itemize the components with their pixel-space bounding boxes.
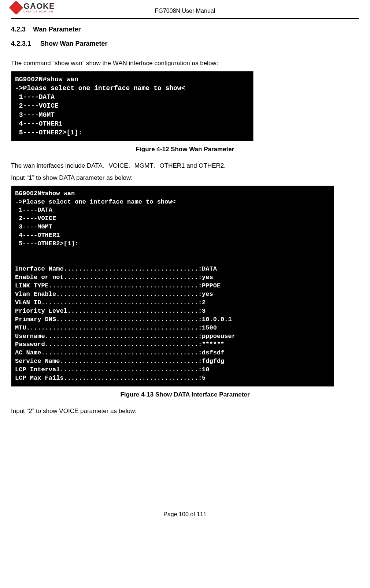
figure-caption-4-13: Figure 4-13 Show DATA Interface Paramete… xyxy=(11,391,359,398)
page-header: GAOKE CREATIVE SOLUTION FG7008N User Man… xyxy=(11,4,359,19)
paragraph: Input “2” to show VOICE parameter as bel… xyxy=(11,406,359,416)
heading-title: Show Wan Parameter xyxy=(40,40,107,47)
page-footer: Page 100 of 111 xyxy=(11,511,359,518)
terminal-output-2: BG9002N#show wan ->Please select one int… xyxy=(11,186,334,387)
heading-number: 4.2.3.1 xyxy=(11,40,31,47)
paragraph: Input “1” to show DATA parameter as belo… xyxy=(11,173,359,183)
figure-caption-4-12: Figure 4-12 Show Wan Parameter xyxy=(11,146,359,153)
logo-brand: GAOKE xyxy=(23,2,55,10)
paragraph: The command “show wan” show the WAN inte… xyxy=(11,59,359,68)
heading-4-2-3-1: 4.2.3.1 Show Wan Parameter xyxy=(11,40,359,48)
logo-tagline: CREATIVE SOLUTION xyxy=(23,10,55,13)
heading-title: Wan Parameter xyxy=(33,26,81,33)
document-title: FG7008N User Manual xyxy=(155,8,215,14)
heading-number: 4.2.3 xyxy=(11,26,26,33)
logo-icon xyxy=(9,0,23,15)
paragraph: The wan interfaces include DATA、VOICE、MG… xyxy=(11,161,359,171)
terminal-output-1: BG9002N#show wan ->Please select one int… xyxy=(11,71,254,141)
heading-4-2-3: 4.2.3 Wan Parameter xyxy=(11,26,359,33)
logo: GAOKE CREATIVE SOLUTION xyxy=(11,2,55,13)
